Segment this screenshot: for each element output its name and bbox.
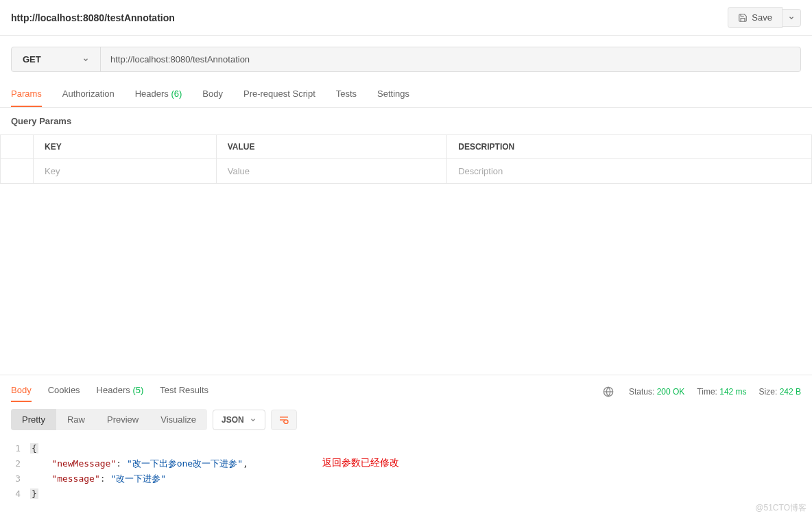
save-label: Save <box>752 12 772 23</box>
save-dropdown-button[interactable] <box>783 9 801 27</box>
value-cell[interactable]: Value <box>216 159 447 184</box>
tab-params[interactable]: Params <box>11 83 42 107</box>
json-key: "message" <box>51 473 99 484</box>
tab-settings[interactable]: Settings <box>377 83 409 107</box>
status-label: Status: <box>629 387 654 397</box>
view-preview[interactable]: Preview <box>96 409 150 430</box>
tab-authorization[interactable]: Authorization <box>62 83 115 107</box>
chevron-down-icon <box>82 56 89 63</box>
col-value: VALUE <box>216 135 447 159</box>
time-value: 142 ms <box>719 387 746 397</box>
format-value: JSON <box>222 415 244 425</box>
size-group: Size: 242 B <box>759 387 801 397</box>
status-value: 200 OK <box>657 387 685 397</box>
status-group: Status: 200 OK <box>629 387 684 397</box>
params-table: KEY VALUE DESCRIPTION Key Value Descript… <box>0 134 812 184</box>
wrap-lines-button[interactable] <box>271 410 297 430</box>
json-key: "newMessage" <box>51 458 116 469</box>
chevron-down-icon <box>250 416 256 423</box>
wrap-icon <box>278 415 289 425</box>
col-key: KEY <box>34 135 217 159</box>
lineno: 3 <box>11 471 30 486</box>
resp-tab-body[interactable]: Body <box>11 381 32 402</box>
url-input[interactable] <box>101 47 800 71</box>
view-pretty[interactable]: Pretty <box>11 409 56 430</box>
lineno: 2 <box>11 456 30 471</box>
resp-tab-testresults[interactable]: Test Results <box>160 381 208 402</box>
lineno: 4 <box>11 486 30 502</box>
format-select[interactable]: JSON <box>213 410 265 430</box>
tab-headers-label: Headers <box>135 89 169 99</box>
col-checkbox <box>1 135 34 159</box>
method-value: GET <box>23 54 41 64</box>
watermark: @51CTO博客 <box>755 502 807 514</box>
resp-tab-cookies[interactable]: Cookies <box>48 381 80 402</box>
chevron-down-icon <box>788 14 795 21</box>
view-raw[interactable]: Raw <box>56 409 96 430</box>
annotation-text: 返回参数已经修改 <box>322 455 399 470</box>
size-label: Size: <box>759 387 778 397</box>
size-value: 242 B <box>780 387 801 397</box>
globe-icon[interactable] <box>603 386 614 397</box>
view-visualize[interactable]: Visualize <box>150 409 207 430</box>
save-icon <box>738 13 748 23</box>
tab-headers[interactable]: Headers (6) <box>135 83 182 107</box>
query-params-label: Query Params <box>0 108 812 134</box>
description-cell[interactable]: Description <box>447 159 812 184</box>
json-value: "改一下出参one改一下进参" <box>127 458 243 469</box>
time-group: Time: 142 ms <box>697 387 746 397</box>
resp-tab-headers[interactable]: Headers (5) <box>97 381 144 402</box>
time-label: Time: <box>697 387 717 397</box>
url-bar: GET <box>11 47 801 72</box>
json-value: "改一下进参" <box>110 473 166 484</box>
tab-headers-count: (6) <box>171 89 182 99</box>
tab-tests[interactable]: Tests <box>336 83 357 107</box>
table-row[interactable]: Key Value Description <box>1 159 812 184</box>
method-select[interactable]: GET <box>12 47 101 71</box>
lineno: 1 <box>11 441 30 456</box>
tab-body[interactable]: Body <box>202 83 223 107</box>
save-button[interactable]: Save <box>728 7 783 28</box>
resp-tab-headers-label: Headers <box>97 385 130 395</box>
resp-tab-headers-count: (5) <box>132 385 143 395</box>
response-body[interactable]: 1 { 2 "newMessage": "改一下出参one改一下进参", 3 "… <box>0 437 812 518</box>
key-cell[interactable]: Key <box>34 159 217 184</box>
request-title: http://localhost:8080/testAnnotation <box>11 12 728 23</box>
col-description: DESCRIPTION <box>447 135 812 159</box>
tab-prerequest[interactable]: Pre-request Script <box>243 83 315 107</box>
